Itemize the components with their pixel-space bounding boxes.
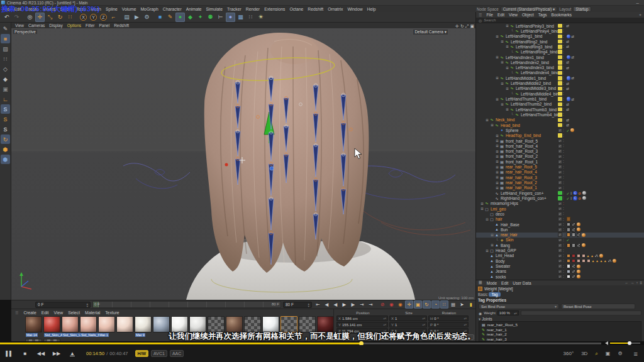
uvw-tag-icon[interactable] [594, 254, 599, 258]
menu-main-character[interactable]: Character [163, 7, 182, 11]
tree-row-front-hair-root-5[interactable]: ⊞▤front_hair_Root_5✓⁚ [476, 138, 644, 143]
tree-row-lefthandthumb1-bind[interactable]: ⊞✎LeftHandThumb1_bind⁚⇄ [476, 96, 644, 101]
goal-sphere-tag-icon[interactable] [567, 76, 571, 80]
menu-om-view[interactable]: View [509, 13, 518, 17]
visibility-checkbox[interactable]: ✓ [558, 222, 562, 227]
tree-row-body[interactable]: ▲Body✓⁚▲▲▲▲ [476, 258, 644, 263]
material-tag-icon[interactable] [577, 254, 581, 258]
visibility-checkbox[interactable]: ✓ [558, 155, 562, 159]
tree-row-mixamorig-hips[interactable]: ⊞✎mixamorig:Hips✓⁚ [476, 201, 644, 206]
tweak-mode-icon[interactable]: ▣ [1, 84, 10, 94]
visibility-checkbox[interactable]: ✓ [558, 264, 562, 268]
menu-main-animate[interactable]: Animate [186, 7, 202, 11]
pause-button[interactable]: ▌▌ [5, 349, 14, 358]
reset-bind-pose-button[interactable]: Reset Bind Pose [561, 304, 635, 309]
uvw-tag-icon[interactable] [577, 233, 581, 237]
tree-row-lefthandpinky4-bind[interactable]: └✎LeftHandPinky4_bind⁚ [476, 28, 644, 33]
enable-dots[interactable]: ⁚ [563, 118, 565, 122]
toggle-view-icon[interactable]: ▣ [470, 24, 474, 29]
key-parameter-icon[interactable]: ◔ [431, 300, 440, 309]
enable-dots[interactable]: ⁚ [563, 150, 565, 153]
phong-tag-icon[interactable] [577, 265, 580, 268]
tree-row-rear-hair-root-5[interactable]: ⊞▤rear_hair_Root_5✓⁚ [476, 164, 644, 169]
enable-dots[interactable]: ⁚ [563, 275, 565, 278]
enable-dots[interactable]: ⁚ [563, 97, 565, 101]
enable-dots[interactable]: ⁚ [563, 212, 565, 216]
enable-dots[interactable]: ⁚ [563, 29, 565, 33]
menu-viewport-options[interactable]: Options [67, 23, 81, 28]
expand-toggle-icon[interactable]: ⊞ [485, 249, 489, 253]
visibility-checkbox[interactable]: ✓ [558, 128, 562, 133]
tab-basic[interactable]: Basic [478, 292, 487, 297]
layer-color-chip[interactable] [558, 55, 562, 60]
ik-tag-icon[interactable]: ⇄ [567, 107, 570, 111]
menu-om-file[interactable]: File [486, 13, 492, 17]
uvw-tag-icon[interactable] [572, 264, 576, 268]
enable-dots[interactable]: ⁚ [563, 92, 565, 96]
layer-color-chip[interactable] [558, 97, 562, 101]
volume-track[interactable] [610, 343, 640, 344]
texture-mode-icon[interactable]: ▨ [1, 44, 10, 53]
layer-color-chip[interactable] [558, 102, 562, 107]
material-tag-icon[interactable] [567, 222, 571, 227]
enable-dots[interactable]: ⁚ [563, 265, 565, 268]
visibility-checkbox[interactable]: ✓ [558, 238, 562, 243]
tree-row-lefthandring3-bind[interactable]: ⊞✎LeftHandRing3_bind⁚⇄ [476, 44, 644, 49]
selection-tag-icon[interactable]: ▲ [591, 254, 594, 258]
render-picture-viewer-icon[interactable]: ▶ [132, 13, 142, 22]
goto-start-icon[interactable]: ⇤ [314, 300, 322, 309]
polygon-mode-icon[interactable]: ◆ [1, 74, 10, 84]
enable-dots[interactable]: ⁚ [563, 259, 565, 263]
enable-dots[interactable]: ⁚ [563, 217, 565, 221]
zoom-view-icon[interactable]: ⤢ [465, 24, 469, 29]
position-x-field[interactable]: X1.586 cm▴▾ [336, 315, 388, 321]
tree-row-hair[interactable]: ⊟▢hair✓⁚ [476, 217, 644, 222]
om-filter-icon[interactable]: ⌖ [639, 13, 641, 18]
enable-dots[interactable]: ⁚ [563, 24, 565, 28]
workplane-snap-icon[interactable]: S [1, 124, 10, 134]
tree-row-head-grp[interactable]: ⊞▢Head_GRP✓⁚ [476, 248, 644, 253]
expand-toggle-icon[interactable]: ⊞ [490, 243, 494, 247]
menu-material-view[interactable]: View [54, 310, 64, 315]
viewport[interactable]: ViewCamerasDisplayOptionsFilterPanelReds… [11, 23, 475, 300]
protection-tag-icon[interactable]: ⊘ [578, 196, 581, 200]
check-tag-icon[interactable]: ✓ [567, 238, 570, 242]
tree-row-lmi-head[interactable]: ▲Lmi_Head✓⁚▲▲ [476, 253, 644, 258]
check-tag-icon[interactable]: ✓ [567, 196, 570, 200]
enable-dots[interactable]: ⁚ [563, 186, 565, 190]
tree-row-bang[interactable]: ⊞▲Bang✓⁚ [476, 243, 644, 248]
tree-row-lefthandpinky3-bind[interactable]: ⊞✎LeftHandPinky3_bind⁚⇄ [476, 23, 644, 28]
enable-dots[interactable]: ⁚ [563, 155, 565, 158]
material-thumbnail-15[interactable] [299, 316, 316, 332]
tree-row-hair-base[interactable]: ▲Hair_Base✓⁚ [476, 222, 644, 227]
key-pla-icon[interactable]: ∷ [440, 300, 448, 309]
layer-color-chip[interactable] [558, 65, 562, 70]
key-position-icon[interactable]: ✛ [405, 300, 413, 309]
simulate-icon[interactable]: ∷ [246, 13, 255, 22]
phong-tag-icon[interactable] [577, 222, 580, 226]
am-up-icon[interactable]: ↑ [636, 281, 638, 285]
previous-button[interactable]: ◀◀ [36, 349, 45, 358]
visibility-checkbox[interactable]: ✓ [558, 202, 562, 206]
ik-tag-icon[interactable]: ⇄ [572, 55, 575, 59]
visibility-checkbox[interactable]: ✓ [558, 212, 562, 216]
menu-material-material[interactable]: Material [85, 310, 100, 315]
goal-sphere-tag-icon[interactable] [567, 35, 571, 39]
material-thumbnail-13[interactable] [262, 316, 279, 332]
menu-om-edit[interactable]: Edit [497, 13, 504, 17]
visibility-checkbox[interactable]: ✓ [558, 170, 562, 175]
object-search-field[interactable]: ◎ Search [476, 18, 644, 23]
enable-dots[interactable]: ⁚ [563, 238, 565, 242]
enable-dots[interactable]: ⁚ [563, 222, 565, 226]
key-rotation-icon[interactable]: ↻ [423, 300, 431, 309]
visibility-checkbox[interactable]: ✓ [558, 175, 562, 180]
material-thumbnail-std-skin-u[interactable]: Std_Skin_U [62, 316, 79, 332]
tree-row-lefthandmiddle3-bind[interactable]: ⊞✎LeftHandMiddle3_bind⁚⇄ [476, 86, 644, 91]
joint-list-item-rear-hair-root-5[interactable]: ▤rear_hair_Root_5 [482, 322, 641, 327]
enable-dots[interactable]: ⁚ [563, 144, 565, 148]
menu-main-redshift[interactable]: Redshift [308, 7, 323, 11]
visibility-checkbox[interactable]: ✓ [558, 259, 562, 263]
visibility-checkbox[interactable]: ✓ [558, 144, 562, 148]
tree-row-lefthandmiddle2-bind[interactable]: ⊞✎LeftHandMiddle2_bind⁚⇄ [476, 80, 644, 85]
display-tag-icon[interactable] [582, 196, 586, 200]
